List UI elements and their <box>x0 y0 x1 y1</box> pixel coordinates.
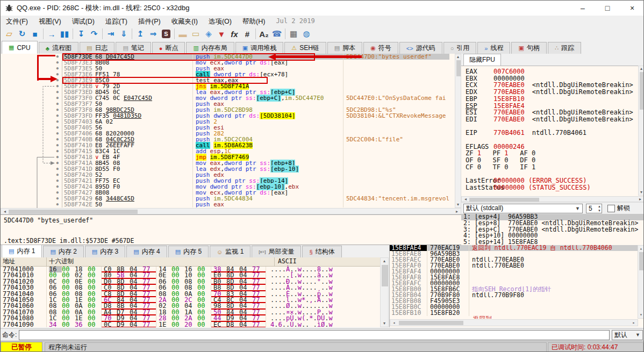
register-row[interactable]: EDX770EABE0<ntdll.DbgUiRemoteBreakin> <box>466 89 644 96</box>
breakpoint-dot-icon[interactable]: ● <box>1 160 62 166</box>
menu-item-7[interactable]: 帮助(H) <box>237 17 270 26</box>
breakpoint-dot-icon[interactable]: ● <box>1 83 62 89</box>
open-file-button[interactable]: ▱ <box>3 28 16 40</box>
register-row[interactable]: CF 0 TF 0 IF 1 <box>466 164 644 171</box>
stack-row[interactable]: 15E8FAF815E8FAE8 <box>390 275 644 281</box>
hide-fpu-button[interactable]: 隐藏FPU <box>463 54 501 66</box>
command-syntax-select[interactable]: 默认 ▼ <box>612 330 643 340</box>
menu-item-0[interactable]: 文件(F) <box>1 17 33 26</box>
breakpoint-dot-icon[interactable]: ● <box>1 142 62 148</box>
tab-log[interactable]: ▤日志 <box>80 42 115 54</box>
calculator-button[interactable]: ▦ <box>287 28 300 40</box>
breakpoint-dot-icon[interactable]: ● <box>1 95 62 101</box>
hex-row[interactable]: 77041090340036000CD904771E002000ECD80477… <box>1 322 380 327</box>
tab-dump4[interactable]: ▤内存 4 <box>126 246 167 257</box>
breakpoint-dot-icon[interactable]: ● <box>1 71 62 77</box>
stack-row[interactable]: 15E8FAFC00000000 <box>390 281 644 286</box>
tab-source[interactable]: <>源代码 <box>399 42 442 54</box>
menu-item-4[interactable]: 插件(P) <box>133 17 166 26</box>
script-button[interactable]: S <box>160 28 173 40</box>
stack-view[interactable]: 15E8FAE4770EAC19返回到 ntdll.770EAC19 自 ntd… <box>389 245 644 327</box>
register-row[interactable]: EDI770EABE0<ntdll.DbgUiRemoteBreakin> <box>466 116 644 123</box>
run-button[interactable]: → <box>45 28 58 40</box>
breakpoint-dot-icon[interactable]: ● <box>1 184 62 190</box>
register-row[interactable] <box>466 137 644 143</box>
restart-button[interactable]: ↻ <box>16 28 28 40</box>
run-to-cursor-button[interactable]: ⇥ <box>104 28 117 40</box>
step-out-button[interactable]: ↥ <box>134 28 147 40</box>
tab-dump2[interactable]: ▤内存 2 <box>43 246 83 257</box>
command-input[interactable] <box>19 330 610 340</box>
strings-button[interactable]: A₂ <box>257 28 270 40</box>
breakpoint-dot-icon[interactable]: ● <box>1 190 62 196</box>
comments-button[interactable]: ▭ <box>189 28 202 40</box>
register-row[interactable]: EIP770B4061ntdll.770B4061 <box>466 130 644 137</box>
tab-handles[interactable]: ▣句柄 <box>511 42 546 54</box>
stack-row[interactable]: 15E8FAF0770EABE0ntdll.770EABE0 <box>390 263 644 269</box>
stack-row[interactable]: 15E8FB0015E8FB6C指向SEH_Record[1]的指针 <box>390 286 644 292</box>
tab-cpu[interactable]: ▦CPU <box>2 41 38 54</box>
registers-vscrollbar[interactable]: ▴ ▾ <box>638 66 644 196</box>
tab-threads[interactable]: »线程 <box>477 42 510 54</box>
breakpoint-dot-icon[interactable]: ● <box>1 166 62 172</box>
arg-count-stepper[interactable]: 5 ▲▼ <box>586 204 602 213</box>
memory-map-globe-button[interactable]: ◍ <box>300 28 313 40</box>
registers-hscrollbar[interactable]: ◂ ▸ <box>461 196 644 202</box>
stack-row[interactable]: 15E8FAE896A59BB3 <box>390 251 644 257</box>
disassembly-view[interactable]: ●5D8F73DE68 D047C45Dpush im.5DC447D05DC4… <box>1 54 461 208</box>
tab-watch1[interactable]: ☺监视 1 <box>210 246 251 257</box>
close-button[interactable]: × <box>620 1 644 16</box>
functions-button[interactable]: fx <box>228 28 241 40</box>
stack-vscrollbar[interactable]: ▴ ▾ <box>638 245 644 319</box>
stop-button[interactable]: ■ <box>28 28 41 40</box>
register-row[interactable]: LastStatus00000000 (STATUS_SUCCESS) <box>466 184 644 191</box>
tab-memory-map[interactable]: ▥内存布局 <box>186 42 234 54</box>
stack-row[interactable]: 15E8FB08F45905E3 <box>390 298 644 304</box>
disasm-vscrollbar[interactable]: ▴ ▾ <box>455 54 461 208</box>
labels-button[interactable]: ◈ <box>202 28 215 40</box>
register-row[interactable]: EAX007C6000 <box>466 68 644 75</box>
breakpoint-dot-icon[interactable]: ● <box>1 119 62 125</box>
stack-row[interactable]: 15E8FB0C00000000 <box>390 304 644 310</box>
tab-trace[interactable]: ∴跟踪 <box>548 42 581 54</box>
menu-item-3[interactable]: 追踪(T) <box>100 17 133 26</box>
pause-button[interactable]: ▮▮ <box>58 28 71 40</box>
breakpoint-dot-icon[interactable]: ● <box>1 66 62 71</box>
hexdump-vscrollbar[interactable]: ▴ ▾ <box>380 257 389 327</box>
breakpoint-dot-icon[interactable]: ● <box>1 125 62 131</box>
step-over-button[interactable]: ↷ <box>88 28 101 40</box>
breakpoint-dot-icon[interactable]: ● <box>1 54 62 60</box>
breakpoint-dot-icon[interactable]: ● <box>1 113 62 119</box>
breakpoint-dot-icon[interactable]: ● <box>1 131 62 137</box>
hex-dump-view[interactable]: 地址 十六进制 ASCII 7704100016001800C08B047714… <box>1 257 380 327</box>
tab-notes[interactable]: ▤笔记 <box>116 42 151 54</box>
disasm-hscrollbar[interactable]: ◂ ▸ <box>1 208 461 214</box>
stack-hscrollbar[interactable]: ◂ ▸ <box>390 319 638 326</box>
patches-button[interactable]: ▬ <box>176 28 189 40</box>
run-to-user-code-button[interactable]: ⇒ <box>147 28 160 40</box>
breakpoint-dot-icon[interactable]: ● <box>1 202 62 207</box>
stack-row[interactable]: 15E8FAE4770EAC19返回到 ntdll.770EAC19 自 ntd… <box>390 245 644 251</box>
tab-script[interactable]: ▤脚本 <box>327 42 362 54</box>
register-row[interactable] <box>466 191 644 196</box>
breakpoint-dot-icon[interactable]: ● <box>1 107 62 113</box>
tab-seh[interactable]: ⚠SEH链 <box>284 42 326 54</box>
stack-row[interactable]: 15E8FB04770B9F80ntdll.770B9F80 <box>390 292 644 298</box>
breakpoint-dot-icon[interactable]: ● <box>1 101 62 107</box>
attach-button[interactable]: ☎ <box>270 28 283 40</box>
breakpoint-dot-icon[interactable]: ● <box>1 154 62 160</box>
stack-row[interactable]: 15E8FB1015E8FB20 <box>390 310 644 316</box>
minimize-button[interactable]: – <box>570 1 595 16</box>
tab-symbols[interactable]: ◉符号 <box>363 42 398 54</box>
disasm-row[interactable]: ●5D8F742E50push eax <box>1 202 449 207</box>
tab-dump1[interactable]: ▤内存 1 <box>2 245 42 258</box>
stack-row[interactable]: 15E8FAEC770EABE0ntdll.770EABE0 <box>390 257 644 263</box>
breakpoint-dot-icon[interactable]: ● <box>1 178 62 184</box>
breakpoint-dot-icon[interactable]: ● <box>1 137 62 142</box>
calling-convention-select[interactable]: 默认 (stdcall) ▼ <box>463 204 583 213</box>
menu-item-6[interactable]: 选项(O) <box>203 17 237 26</box>
tab-graph[interactable]: ♣流程图 <box>39 42 78 54</box>
bookmarks-button[interactable]: ▼ <box>215 28 228 40</box>
tab-locals[interactable]: [x=]局部变量 <box>252 246 301 257</box>
breakpoint-dot-icon[interactable]: ● <box>1 196 62 202</box>
